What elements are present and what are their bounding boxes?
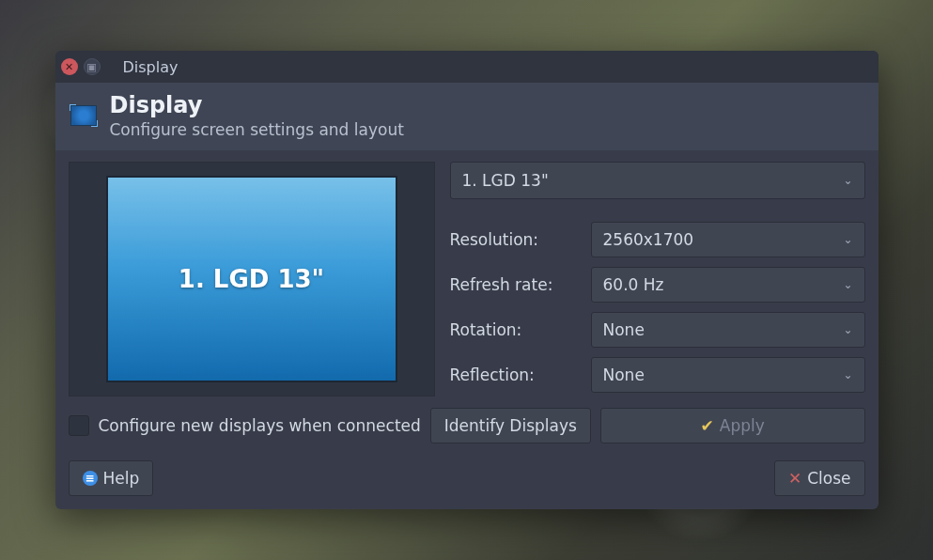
- resolution-selector[interactable]: 2560x1700 ⌄: [591, 222, 865, 257]
- chevron-down-icon: ⌄: [843, 323, 852, 336]
- header: Display Configure screen settings and la…: [55, 83, 879, 150]
- dialog-body: 1. LGD 13" 1. LGD 13" ⌄ Resolution: 2560…: [55, 150, 879, 457]
- footer: ≡ Help ✕ Close: [55, 457, 879, 509]
- titlebar: ✕ ▣ Display: [55, 51, 879, 83]
- close-button[interactable]: ✕ Close: [774, 460, 865, 496]
- display-icon: [70, 105, 97, 126]
- chevron-down-icon: ⌄: [843, 278, 852, 291]
- reflection-value: None: [603, 366, 645, 384]
- help-icon: ≡: [83, 471, 98, 486]
- check-icon: ✔: [701, 416, 714, 435]
- identify-displays-button[interactable]: Identify Displays: [430, 408, 591, 443]
- close-icon: ✕: [788, 469, 801, 488]
- close-icon: ✕: [65, 62, 73, 72]
- configure-new-displays-checkbox[interactable]: [69, 415, 89, 436]
- page-subtitle: Configure screen settings and layout: [110, 120, 404, 139]
- reflection-selector[interactable]: None ⌄: [591, 357, 865, 393]
- rotation-selector[interactable]: None ⌄: [591, 312, 865, 348]
- display-settings-window: ✕ ▣ Display Display Configure screen set…: [55, 51, 879, 509]
- monitor-label: 1. LGD 13": [179, 265, 324, 293]
- display-selector-value: 1. LGD 13": [462, 171, 549, 190]
- refresh-rate-label: Refresh rate:: [450, 275, 582, 294]
- refresh-rate-selector[interactable]: 60.0 Hz ⌄: [591, 267, 865, 303]
- monitor-preview[interactable]: 1. LGD 13": [106, 176, 397, 382]
- resolution-value: 2560x1700: [603, 230, 694, 249]
- display-selector[interactable]: 1. LGD 13" ⌄: [450, 162, 865, 199]
- apply-button[interactable]: ✔ Apply: [600, 408, 865, 443]
- window-maximize-button[interactable]: ▣: [84, 58, 101, 75]
- chevron-down-icon: ⌄: [843, 368, 852, 381]
- configure-new-displays-label: Configure new displays when connected: [99, 416, 421, 435]
- page-title: Display: [110, 92, 404, 118]
- refresh-rate-value: 60.0 Hz: [603, 275, 664, 294]
- rotation-value: None: [603, 320, 645, 339]
- header-text: Display Configure screen settings and la…: [110, 92, 404, 139]
- rotation-label: Rotation:: [450, 320, 582, 339]
- window-close-button[interactable]: ✕: [61, 58, 78, 75]
- chevron-down-icon: ⌄: [843, 174, 852, 187]
- maximize-icon: ▣: [86, 62, 96, 72]
- window-title: Display: [123, 58, 179, 76]
- display-layout-preview[interactable]: 1. LGD 13": [69, 162, 435, 397]
- reflection-label: Reflection:: [450, 366, 582, 384]
- help-button[interactable]: ≡ Help: [69, 460, 154, 496]
- resolution-label: Resolution:: [450, 230, 582, 249]
- chevron-down-icon: ⌄: [843, 233, 852, 246]
